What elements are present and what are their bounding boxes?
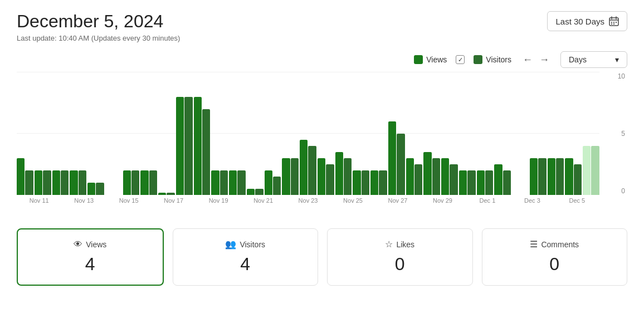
check-mark: ✓ <box>458 56 463 63</box>
stat-header-views: 👁Views <box>29 239 152 250</box>
stat-header-likes: ☆Likes <box>339 239 461 250</box>
bar-group <box>477 72 494 195</box>
prev-arrow[interactable]: ← <box>520 53 535 67</box>
bar-group <box>565 72 582 195</box>
x-axis-labels: Nov 11Nov 13Nov 15Nov 17Nov 19Nov 21Nov … <box>17 197 599 204</box>
bar-views <box>87 183 95 195</box>
bar-visitors <box>379 170 387 195</box>
stat-value-likes: 0 <box>339 254 461 275</box>
bar-group <box>370 72 387 195</box>
bar-views <box>158 193 166 195</box>
bar-visitors <box>61 170 69 195</box>
stat-card-comments[interactable]: ☰Comments0 <box>482 228 628 286</box>
chevron-down-icon: ▾ <box>615 55 619 64</box>
bar-visitors <box>467 170 475 195</box>
bar-visitors <box>450 164 457 195</box>
stat-card-views[interactable]: 👁Views4 <box>17 228 164 286</box>
bar-views <box>548 158 555 195</box>
svg-rect-4 <box>611 22 612 23</box>
bar-views <box>459 170 467 195</box>
bar-group <box>335 72 352 195</box>
stat-value-views: 4 <box>29 254 152 275</box>
visitors-checkbox[interactable]: ✓ <box>456 55 465 64</box>
chart-controls: Views ✓ Visitors ← → Days ▾ <box>17 51 627 68</box>
bar-views <box>583 146 591 195</box>
bar-visitors <box>414 164 422 195</box>
bar-group <box>265 72 281 195</box>
date-range-button[interactable]: Last 30 Days <box>547 11 627 31</box>
bar-group <box>105 72 122 195</box>
x-label: Nov 25 <box>330 197 375 204</box>
x-label: Nov 13 <box>61 197 106 204</box>
bar-views <box>494 164 502 195</box>
x-label: Nov 11 <box>17 197 61 204</box>
bar-views <box>300 140 308 195</box>
bar-views <box>318 158 325 195</box>
visitors-color-swatch <box>474 55 482 64</box>
days-label: Days <box>569 55 587 64</box>
likes-icon: ☆ <box>385 239 393 250</box>
bar-visitors <box>25 170 33 195</box>
chart-area: 10 5 0 Nov 11Nov 13Nov 15Nov 17Nov 19Nov… <box>17 72 627 217</box>
bar-views <box>17 158 25 195</box>
views-label: Views <box>426 55 447 64</box>
chart-bars <box>17 72 599 195</box>
bar-views <box>123 170 131 195</box>
bar-views <box>388 121 396 195</box>
stats-row: 👁Views4👥Visitors4☆Likes0☰Comments0 <box>17 228 627 286</box>
bar-visitors <box>326 164 334 195</box>
bar-group <box>158 72 175 195</box>
svg-rect-7 <box>611 23 612 25</box>
x-label: Nov 21 <box>241 197 285 204</box>
stat-card-likes[interactable]: ☆Likes0 <box>327 228 473 286</box>
bar-group <box>17 72 33 195</box>
bar-group <box>247 72 264 195</box>
bar-group <box>211 72 228 195</box>
bar-views <box>247 189 255 195</box>
y-label-5: 5 <box>621 130 625 138</box>
bar-group <box>318 72 334 195</box>
bar-group <box>176 72 193 195</box>
nav-arrows: ← → <box>520 53 552 67</box>
bar-views <box>565 158 573 195</box>
header: December 5, 2024 Last update: 10:40 AM (… <box>17 11 627 42</box>
x-label: Nov 17 <box>151 197 196 204</box>
bar-visitors <box>344 158 352 195</box>
bar-views <box>176 97 184 195</box>
x-label: Nov 15 <box>106 197 151 204</box>
bar-views <box>282 158 290 195</box>
bar-group <box>300 72 316 195</box>
bar-views <box>353 170 360 195</box>
bar-visitors <box>131 170 139 195</box>
svg-rect-8 <box>613 23 614 25</box>
views-color-swatch <box>414 55 423 64</box>
x-label: Dec 3 <box>510 197 554 204</box>
bar-group <box>423 72 440 195</box>
visitors-icon: 👥 <box>225 239 236 250</box>
bar-group <box>459 72 476 195</box>
days-dropdown[interactable]: Days ▾ <box>560 51 627 68</box>
visitors-legend[interactable]: Visitors <box>474 55 511 64</box>
bar-visitors <box>485 170 493 195</box>
bar-visitors <box>556 158 564 195</box>
bar-visitors <box>362 170 369 195</box>
next-arrow[interactable]: → <box>537 53 552 67</box>
bar-views <box>52 170 60 195</box>
comments-icon: ☰ <box>530 239 538 250</box>
page-title: December 5, 2024 <box>17 11 180 32</box>
bar-group <box>512 72 529 195</box>
bar-visitors <box>397 134 404 195</box>
x-label: Nov 27 <box>375 197 420 204</box>
bar-visitors <box>591 146 599 195</box>
bar-views <box>441 158 449 195</box>
bar-group <box>494 72 511 195</box>
bar-views <box>35 170 42 195</box>
stat-card-visitors[interactable]: 👥Visitors4 <box>173 228 319 286</box>
views-legend[interactable]: Views <box>414 55 447 64</box>
y-label-0: 0 <box>621 187 625 195</box>
bar-group <box>140 72 157 195</box>
x-label: Dec 5 <box>555 197 599 204</box>
x-label: Nov 19 <box>196 197 241 204</box>
stat-value-visitors: 4 <box>184 254 307 275</box>
bar-views <box>211 170 219 195</box>
